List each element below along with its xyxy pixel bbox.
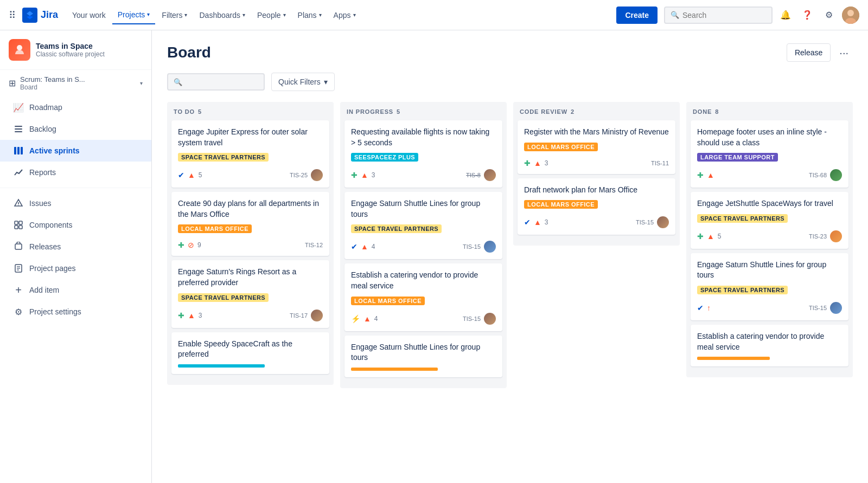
- card-tag-placeholder: [351, 368, 438, 371]
- add-icon: ✚: [178, 241, 184, 249]
- project-info: Teams in Space Classic software project: [36, 42, 143, 58]
- card-title: Engage Saturn Shuttle Lines for group to…: [697, 260, 842, 281]
- sidebar-item-reports[interactable]: Reports: [0, 162, 151, 183]
- card-id: TIS-15: [809, 305, 827, 311]
- nav-apps[interactable]: Apps ▾: [328, 7, 361, 24]
- sidebar-item-label-active-sprints: Active sprints: [29, 146, 80, 155]
- backlog-icon: [13, 124, 24, 134]
- card-count: 3: [545, 159, 548, 167]
- card-id: TIS-8: [466, 172, 481, 178]
- card-tis-11[interactable]: Register with the Mars Ministry of Reven…: [518, 120, 675, 174]
- card-tis-15-inprogress-2[interactable]: Engage Saturn Shuttle Lines for group to…: [344, 192, 502, 259]
- card-id: TIS-23: [809, 233, 827, 240]
- card-tis-8[interactable]: Requesting available flights is now taki…: [344, 120, 502, 188]
- card-title: Establish a catering vendor to provide m…: [697, 331, 842, 352]
- card-meta: ✔ ▲ 4 TIS-15: [351, 241, 496, 253]
- sidebar-item-project-pages[interactable]: Project pages: [0, 257, 151, 279]
- svg-rect-15: [15, 226, 18, 229]
- sidebar-item-project-settings[interactable]: ⚙ Project settings: [0, 301, 151, 323]
- search-box[interactable]: 🔍: [664, 7, 773, 24]
- card-tis-68[interactable]: Homepage footer uses an inline style - s…: [691, 120, 848, 188]
- user-avatar[interactable]: [842, 7, 859, 24]
- help-icon[interactable]: ❓: [799, 7, 816, 24]
- card-tis-23[interactable]: Engage JetShuttle SpaceWays for travel S…: [691, 192, 848, 249]
- jira-logo-icon: [22, 8, 37, 23]
- card-avatar: [830, 302, 842, 314]
- card-tis-15-codereview[interactable]: Draft network plan for Mars Office LOCAL…: [518, 178, 675, 235]
- card-id: TIS-17: [290, 312, 308, 319]
- nav-projects[interactable]: Projects ▾: [112, 6, 156, 24]
- svg-rect-8: [17, 147, 20, 154]
- card-count: 3: [372, 171, 375, 179]
- column-codereview: CODE REVIEW 2 Register with the Mars Min…: [513, 102, 680, 246]
- priority-icon: ▲: [363, 314, 371, 323]
- column-codereview-label: CODE REVIEW: [520, 108, 567, 115]
- card-tis-15-inprogress-3[interactable]: Establish a catering vendor to provide m…: [344, 263, 502, 331]
- nav-dashboards[interactable]: Dashboards ▾: [194, 7, 251, 24]
- card-tis-25[interactable]: Engage Jupiter Express for outer solar s…: [171, 120, 329, 188]
- card-meta: ✚ ▲ 5 TIS-23: [697, 230, 842, 242]
- svg-point-1: [847, 10, 854, 16]
- card-meta: ✔ ▲ 5 TIS-25: [178, 169, 323, 181]
- card-tis-15-done[interactable]: Engage Saturn Shuttle Lines for group to…: [691, 253, 848, 320]
- card-id: TIS-12: [305, 242, 323, 248]
- quick-filters-button[interactable]: Quick Filters ▾: [271, 73, 335, 91]
- card-id: TIS-11: [651, 160, 669, 166]
- sprint-sub: Board: [20, 83, 85, 91]
- card-inprogress-4[interactable]: Engage Saturn Shuttle Lines for group to…: [344, 336, 502, 377]
- people-chevron: ▾: [283, 12, 286, 18]
- apps-chevron: ▾: [353, 12, 356, 18]
- card-count: 3: [545, 218, 548, 226]
- card-avatar: [657, 216, 669, 228]
- card-tag: LOCAL MARS OFFICE: [178, 224, 252, 233]
- topnav-right: 🔍 🔔 ❓ ⚙: [664, 7, 859, 24]
- card-id: TIS-15: [463, 315, 481, 322]
- sidebar-item-backlog[interactable]: Backlog: [0, 118, 151, 140]
- jira-logo[interactable]: Jira: [22, 8, 58, 23]
- notifications-icon[interactable]: 🔔: [777, 7, 794, 24]
- quick-filters-label: Quick Filters: [278, 78, 321, 86]
- card-todo-4[interactable]: Enable Speedy SpaceCraft as the preferre…: [171, 332, 329, 374]
- card-done-4[interactable]: Establish a catering vendor to provide m…: [691, 325, 848, 366]
- block-icon: ⊘: [188, 241, 194, 249]
- card-meta: ✔ ↑ TIS-15: [697, 302, 842, 314]
- card-tis-12[interactable]: Create 90 day plans for all departments …: [171, 192, 329, 256]
- card-title: Enable Speedy SpaceCraft as the preferre…: [178, 339, 323, 360]
- grid-icon[interactable]: ⠿: [9, 9, 16, 21]
- sidebar-item-releases[interactable]: Releases: [0, 236, 151, 257]
- sidebar-item-label-add-item: Add item: [29, 286, 59, 294]
- nav-your-work[interactable]: Your work: [67, 7, 111, 24]
- card-avatar: [311, 169, 323, 181]
- card-meta: ✚ ▲ 3 TIS-11: [524, 159, 669, 168]
- more-options-button[interactable]: ···: [835, 44, 853, 61]
- card-tis-17[interactable]: Engage Saturn's Rings Resort as a prefer…: [171, 260, 329, 327]
- priority-icon: ▲: [707, 171, 714, 179]
- settings-icon[interactable]: ⚙: [820, 7, 838, 24]
- filter-search-input[interactable]: [186, 78, 280, 86]
- column-done-header: DONE 8: [691, 108, 848, 120]
- sidebar-item-components[interactable]: Components: [0, 214, 151, 236]
- release-button[interactable]: Release: [787, 43, 831, 62]
- sidebar-item-active-sprints[interactable]: Active sprints: [0, 140, 151, 162]
- filter-search-box[interactable]: 🔍: [167, 73, 265, 91]
- sidebar-item-roadmap[interactable]: 📈 Roadmap: [0, 96, 151, 118]
- nav-plans[interactable]: Plans ▾: [292, 7, 327, 24]
- card-tag: SPACE TRAVEL PARTNERS: [697, 214, 788, 223]
- sidebar-item-issues[interactable]: Issues: [0, 192, 151, 214]
- checkbox-icon: ✔: [178, 171, 184, 179]
- search-input[interactable]: [682, 11, 766, 20]
- card-count: 5: [199, 171, 202, 179]
- svg-rect-17: [15, 244, 22, 249]
- roadmap-icon: 📈: [13, 102, 24, 113]
- sidebar-sprint[interactable]: ⊞ Scrum: Teams in S... Board ▾: [0, 70, 151, 96]
- add-icon: ✚: [178, 311, 184, 320]
- nav-filters[interactable]: Filters ▾: [156, 7, 193, 24]
- card-title: Homepage footer uses an inline style - s…: [697, 127, 842, 148]
- card-meta: ⚡ ▲ 4 TIS-15: [351, 313, 496, 325]
- card-count: 4: [372, 243, 375, 250]
- create-button[interactable]: Create: [616, 7, 658, 24]
- sidebar-item-add-item[interactable]: + Add item: [0, 279, 151, 301]
- card-title: Engage Saturn Shuttle Lines for group to…: [351, 198, 496, 220]
- svg-rect-9: [21, 147, 23, 154]
- nav-people[interactable]: People ▾: [252, 7, 291, 24]
